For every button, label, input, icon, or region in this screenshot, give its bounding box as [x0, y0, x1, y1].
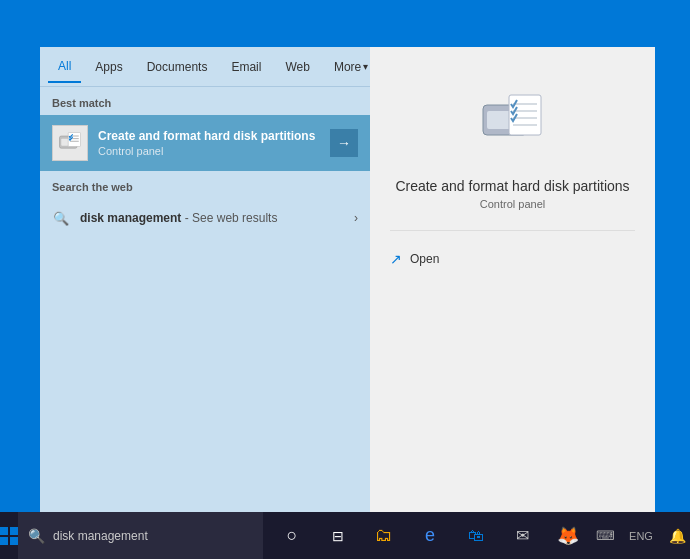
language-button[interactable]: ENG — [625, 512, 657, 559]
best-match-item[interactable]: Create and format hard disk partitions C… — [40, 115, 370, 171]
right-panel-title: Create and format hard disk partitions — [395, 178, 629, 194]
taskbar-explorer[interactable]: 🗂 — [363, 512, 405, 559]
see-results-label: - See web results — [181, 211, 277, 225]
tabs-bar: All Apps Documents Email Web More ▾ Feed… — [40, 47, 370, 87]
web-query: disk management — [80, 211, 181, 225]
taskbar-search-bar[interactable]: 🔍 — [18, 512, 263, 559]
best-match-subtitle: Control panel — [98, 145, 330, 157]
tab-apps[interactable]: Apps — [85, 52, 132, 82]
best-match-title: Create and format hard disk partitions — [98, 129, 330, 145]
desktop: All Apps Documents Email Web More ▾ Feed… — [0, 0, 690, 559]
tab-more-arrow: ▾ — [363, 61, 368, 72]
web-search-icon: 🔍 — [52, 209, 70, 227]
taskbar-search-button[interactable]: ○ — [271, 512, 313, 559]
tab-documents[interactable]: Documents — [137, 52, 218, 82]
open-icon: ↗ — [390, 251, 402, 267]
taskbar-tasklist[interactable]: ⊟ — [317, 512, 359, 559]
right-panel: Create and format hard disk partitions C… — [370, 47, 655, 559]
results-area: Best match — [40, 87, 370, 559]
mail-icon: ✉ — [516, 526, 529, 545]
cortana-icon: ○ — [287, 525, 298, 546]
web-search-label: Search the web — [40, 171, 370, 199]
disk-partition-icon — [52, 125, 88, 161]
store-icon: 🛍 — [468, 527, 484, 545]
taskbar-search-input[interactable] — [53, 529, 253, 543]
taskbar-store[interactable]: 🛍 — [455, 512, 497, 559]
taskbar-edge[interactable]: e — [409, 512, 451, 559]
right-panel-subtitle: Control panel — [480, 198, 545, 210]
web-search-item[interactable]: 🔍 disk management - See web results › — [40, 199, 370, 237]
right-panel-icon — [477, 87, 549, 162]
start-button[interactable] — [0, 512, 18, 559]
taskbar-firefox[interactable]: 🦊 — [547, 512, 589, 559]
best-match-arrow[interactable]: → — [330, 129, 358, 157]
tab-web[interactable]: Web — [275, 52, 319, 82]
search-panel: All Apps Documents Email Web More ▾ Feed… — [40, 47, 370, 559]
web-search-text: disk management - See web results — [80, 211, 354, 225]
folder-icon: 🗂 — [375, 525, 393, 546]
notification-icon: 🔔 — [669, 528, 686, 544]
tab-all[interactable]: All — [48, 51, 81, 83]
svg-rect-11 — [509, 95, 541, 135]
taskbar: 🔍 ○ ⊟ 🗂 e 🛍 ✉ 🦊 — [0, 512, 690, 559]
taskbar-right: ⌨ ENG 🔔 — [589, 512, 690, 559]
open-action[interactable]: ↗ Open — [390, 247, 635, 271]
notification-button[interactable]: 🔔 — [661, 512, 690, 559]
keyboard-icon-button[interactable]: ⌨ — [589, 512, 621, 559]
tab-more-label: More — [334, 60, 361, 74]
tab-email[interactable]: Email — [221, 52, 271, 82]
windows-logo-icon — [0, 527, 18, 545]
best-match-text: Create and format hard disk partitions C… — [98, 129, 330, 157]
language-icon: ENG — [629, 530, 653, 542]
taskbar-mail[interactable]: ✉ — [501, 512, 543, 559]
panel-divider — [390, 230, 635, 231]
keyboard-icon: ⌨ — [596, 528, 615, 543]
firefox-icon: 🦊 — [557, 525, 579, 547]
best-match-label: Best match — [40, 87, 370, 115]
edge-icon: e — [425, 525, 435, 546]
taskview-icon: ⊟ — [332, 528, 344, 544]
web-search-arrow: › — [354, 211, 358, 225]
taskbar-icons: ○ ⊟ 🗂 e 🛍 ✉ 🦊 — [271, 512, 589, 559]
open-label: Open — [410, 252, 439, 266]
taskbar-search-icon: 🔍 — [28, 528, 45, 544]
